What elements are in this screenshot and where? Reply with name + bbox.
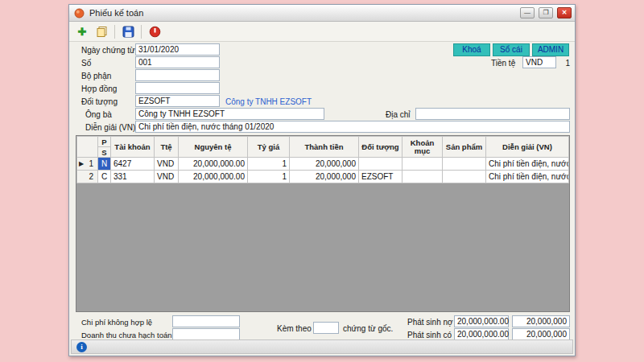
close-button[interactable]: ✕ [557, 7, 572, 19]
phat-sinh-no-thanh-tien-value: 20,000,000 [512, 315, 570, 327]
column-header-thanh-tien: Thành tiền [290, 137, 359, 158]
column-header-dien-giai: Diễn giải (VN) [486, 137, 569, 158]
titlebar[interactable]: Phiếu kế toán — ❐ ✕ [69, 5, 575, 22]
cell-san-pham[interactable] [443, 171, 486, 183]
copy-icon[interactable] [95, 25, 108, 38]
label-hop-dong: Hợp đồng [81, 84, 117, 93]
admin-button[interactable]: ADMIN [532, 43, 569, 56]
doi-tuong-input[interactable] [135, 95, 220, 107]
label-so: Số [81, 59, 91, 68]
label-bo-phan: Bộ phận [81, 72, 111, 80]
table-row[interactable]: 2 C 331 VND 20,000,000.00 1 20,000,000 E… [77, 171, 569, 183]
save-icon[interactable] [122, 25, 134, 38]
cell-doi-tuong[interactable]: EZSOFT [359, 171, 402, 183]
cell-tai-khoan[interactable]: 6427 [111, 158, 155, 171]
label-phat-sinh-co: Phát sinh có [407, 331, 452, 339]
so-cai-button[interactable]: Sổ cái [493, 43, 530, 56]
voucher-lines-table: P Tài khoản Ttệ Nguyên tệ Tỷ giá Thành t… [76, 136, 569, 183]
label-chung-tu-goc: chứng từ gốc. [343, 324, 393, 333]
phat-sinh-co-thanh-tien-value: 20,000,000 [512, 328, 570, 340]
cell-ty-gia[interactable]: 1 [248, 158, 290, 171]
cell-thanh-tien[interactable]: 20,000,000 [290, 158, 359, 171]
cell-nguyen-te[interactable]: 20,000,000.00 [179, 171, 248, 183]
toolbar-separator [114, 25, 115, 39]
label-dia-chi: Địa chỉ [386, 110, 411, 119]
label-doanh-thu-chua-hach-toan: Doanh thu chưa hạch toán [81, 331, 172, 339]
column-header-khoan-muc: Khoản mục [402, 137, 443, 158]
ong-ba-input[interactable] [135, 108, 324, 120]
khoa-button[interactable]: Khoá [453, 43, 490, 56]
column-header-san-pham: Sản phẩm [443, 137, 486, 158]
app-icon [72, 6, 85, 19]
doi-tuong-display-name: Công ty TNHH EZSOFT [225, 97, 312, 106]
cell-tte[interactable]: VND [155, 171, 179, 183]
toolbar: ✚ [69, 22, 575, 42]
ngay-chung-tu-input[interactable] [135, 43, 220, 56]
cell-ty-gia[interactable]: 1 [248, 171, 290, 183]
row-header[interactable]: 2 [77, 171, 98, 183]
column-header-ty-gia: Tỷ giá [248, 137, 290, 158]
row-header[interactable]: ▶1 [77, 158, 98, 171]
cell-khoan-muc[interactable] [402, 171, 443, 183]
toolbar-separator [141, 25, 142, 39]
cell-thanh-tien[interactable]: 20,000,000 [290, 171, 359, 183]
column-header-doi-tuong: Đối tượng [359, 137, 402, 158]
add-icon[interactable]: ✚ [76, 25, 89, 38]
cell-doi-tuong[interactable] [359, 158, 402, 171]
cell-nguyen-te[interactable]: 20,000,000.00 [179, 158, 248, 171]
cell-tai-khoan[interactable]: 331 [111, 171, 155, 183]
table-row[interactable]: ▶1 N 6427 VND 20,000,000.00 1 20,000,000… [77, 158, 569, 171]
cell-san-pham[interactable] [443, 158, 486, 171]
column-header-s: S [98, 147, 111, 158]
column-header-tai-khoan: Tài khoản [111, 137, 155, 158]
kem-theo-input[interactable] [313, 322, 339, 334]
row-number: 2 [89, 172, 93, 181]
ty-gia-header-value: 1 [555, 59, 570, 68]
cell-ps[interactable]: C [98, 171, 111, 183]
label-ong-ba: Ông bà [85, 110, 112, 119]
dia-chi-input[interactable] [415, 108, 570, 120]
hop-dong-input[interactable] [135, 82, 220, 94]
voucher-lines-grid[interactable]: P Tài khoản Ttệ Nguyên tệ Tỷ giá Thành t… [76, 135, 570, 312]
minimize-button[interactable]: — [520, 7, 535, 19]
cell-dien-giai[interactable]: Chi phí tiền điện, nước tháng 0... [486, 158, 569, 171]
label-chi-phi-khong-hop-le: Chi phí không hợp lệ [81, 318, 152, 327]
cell-tte[interactable]: VND [155, 158, 179, 171]
label-doi-tuong: Đối tượng [81, 97, 118, 106]
window-title: Phiếu kế toán [89, 8, 516, 18]
tien-te-input[interactable] [522, 56, 556, 68]
label-dien-giai: Diễn giải (VN) [85, 123, 135, 132]
label-ngay-chung-tu: Ngày chứng từ [81, 46, 135, 55]
doanh-thu-chua-hach-toan-input[interactable] [172, 328, 240, 340]
label-tien-te: Tiền tệ [491, 59, 515, 68]
cell-dien-giai[interactable]: Chi phí tiền điện, nước tháng 0... [486, 171, 569, 183]
cell-khoan-muc[interactable] [402, 158, 443, 171]
phieu-ke-toan-window: Phiếu kế toán — ❐ ✕ ✚ Ngày chứng từ Khoá… [68, 4, 576, 356]
phat-sinh-co-nguyen-te-value: 20,000,000.00 [454, 328, 509, 340]
dien-giai-input[interactable] [135, 121, 570, 133]
chi-phi-khong-hop-le-input[interactable] [172, 315, 240, 327]
label-phat-sinh-no: Phát sinh nợ [407, 318, 453, 327]
so-input[interactable] [135, 56, 220, 68]
status-bar: i [71, 339, 573, 354]
maximize-button[interactable]: ❐ [539, 7, 553, 19]
info-icon[interactable]: i [76, 342, 87, 352]
column-header-nguyen-te: Nguyên tệ [179, 137, 248, 158]
bo-phan-input[interactable] [135, 69, 220, 81]
column-header-row-selector [77, 137, 98, 158]
column-header-tte: Ttệ [155, 137, 179, 158]
exit-icon[interactable] [148, 25, 161, 38]
column-header-p: P [98, 137, 111, 147]
row-number: 1 [89, 159, 93, 168]
current-row-indicator-icon: ▶ [79, 160, 84, 167]
phat-sinh-no-nguyen-te-value: 20,000,000.00 [454, 315, 509, 327]
label-kem-theo: Kèm theo [277, 324, 312, 333]
cell-ps[interactable]: N [98, 158, 111, 171]
